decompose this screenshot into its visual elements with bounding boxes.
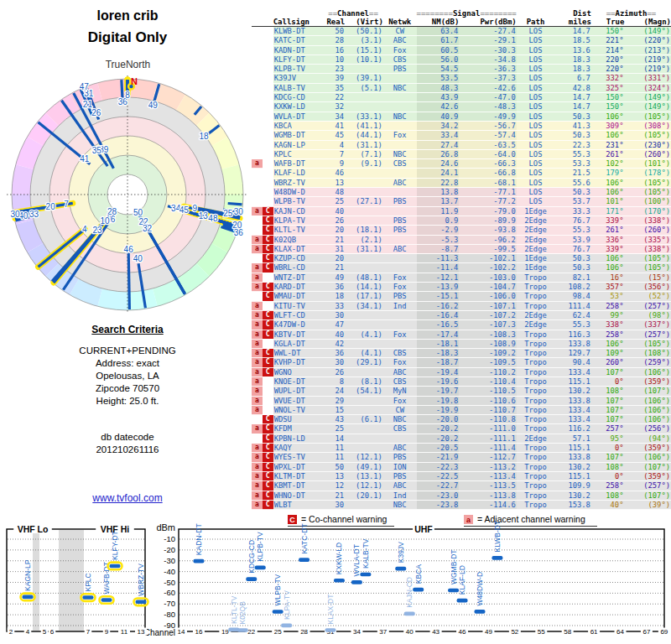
station-label: KLPA-TV bbox=[283, 590, 291, 620]
virtual-channel-cell: (9.1) bbox=[345, 159, 383, 169]
adjacent-warning-flag: a bbox=[252, 471, 263, 480]
virtual-channel-cell: (49.1) bbox=[345, 462, 383, 471]
azimuth-magnetic-cell: (100°) bbox=[624, 197, 671, 206]
adjacent-warning-flag bbox=[252, 292, 263, 301]
search-criteria: Search Criteria CURRENT+PENDING Address:… bbox=[18, 324, 237, 456]
path-cell: LOS bbox=[517, 102, 555, 112]
adjacent-warning-flag bbox=[252, 254, 263, 263]
polar-plot-svg: N502816102339352232344145479461348254026… bbox=[0, 72, 256, 335]
path-cell: Tropo bbox=[517, 491, 555, 500]
path-cell: Tropo bbox=[517, 405, 555, 414]
network-cell: CBS bbox=[383, 377, 417, 386]
spoke-channel-label: 7 bbox=[64, 200, 69, 209]
virtual-channel-cell bbox=[345, 254, 383, 263]
power-cell: -114.6 bbox=[459, 500, 516, 509]
noise-margin-cell: -21.9 bbox=[417, 453, 460, 462]
power-cell: -110.7 bbox=[459, 405, 516, 414]
distance-cell: 55.3 bbox=[554, 226, 591, 235]
table-row: aWAFB-DT9(9.1)CBS24.6-66.3LOS53.3102°(10… bbox=[252, 159, 671, 169]
real-channel-cell: 12 bbox=[323, 481, 345, 491]
adjacent-warning-flag: a bbox=[252, 491, 263, 500]
co-channel-warning-flag bbox=[263, 188, 273, 197]
real-channel-cell: 49 bbox=[323, 273, 345, 282]
virtual-channel-cell: (8.1) bbox=[345, 377, 383, 386]
co-channel-warning-flag bbox=[263, 55, 273, 64]
co-channel-warning-flag bbox=[263, 65, 273, 74]
azimuth-magnetic-cell: (356°) bbox=[624, 283, 671, 292]
channel-tick-label: 16 bbox=[195, 628, 202, 636]
channel-tick-label: 64 bbox=[616, 628, 624, 636]
station-marker bbox=[255, 566, 266, 570]
table-row: aCWPXL-DT50(49.1)ION-22.3-113.2Tropo130.… bbox=[252, 462, 671, 471]
virtual-channel-cell bbox=[345, 169, 383, 178]
azimuth-true-cell: 339° bbox=[591, 216, 625, 225]
azimuth-true-cell: 220° bbox=[591, 55, 625, 64]
station-marker bbox=[395, 567, 406, 571]
co-channel-warning-flag bbox=[263, 27, 273, 36]
real-channel-cell: 26 bbox=[323, 216, 345, 225]
noise-margin-cell: 11.9 bbox=[417, 206, 460, 216]
table-row: WVLA-DT34(33.1)NBC40.9-49.9LOS50.3106°(1… bbox=[252, 112, 671, 121]
path-cell: 1Edge bbox=[517, 263, 555, 273]
power-cell: -77.1 bbox=[459, 188, 516, 197]
power-cell: -102.1 bbox=[459, 254, 516, 263]
azimuth-true-cell: 150° bbox=[591, 93, 625, 102]
real-channel-cell: 14 bbox=[323, 434, 345, 443]
network-cell: PBS bbox=[383, 65, 417, 74]
distance-cell: 76.7 bbox=[554, 244, 591, 253]
path-cell: LOS bbox=[517, 45, 555, 55]
noise-margin-cell: 48.3 bbox=[417, 83, 460, 92]
network-cell: ABC bbox=[383, 481, 417, 491]
power-cell: -108.9 bbox=[459, 339, 516, 348]
power-cell: -77.2 bbox=[459, 197, 516, 206]
noise-margin-cell: 53.5 bbox=[417, 74, 460, 83]
path-cell: Tropo bbox=[517, 415, 555, 424]
network-cell: ABC bbox=[383, 244, 417, 253]
callsign-cell: WNTZ-DT bbox=[273, 273, 324, 282]
azimuth-true-cell: 257° bbox=[591, 424, 625, 434]
adjacent-warning-flag bbox=[252, 188, 263, 197]
real-channel-cell: 40 bbox=[323, 206, 345, 216]
co-channel-legend-text: = Co-channel warning bbox=[301, 514, 388, 524]
real-channel-cell: 15 bbox=[323, 405, 345, 414]
callsign-cell: WAFB-DT bbox=[273, 159, 324, 169]
table-row: aCKVHP-DT30(29.1)Fox-18.7-109.5Tropo90.4… bbox=[252, 358, 671, 367]
adjacent-warning-flag: a bbox=[252, 310, 263, 319]
tvfool-link[interactable]: www.tvfool.com bbox=[92, 492, 162, 504]
callsign-cell: KLAX-DT bbox=[273, 244, 324, 253]
co-channel-warning-flag: C bbox=[263, 216, 273, 225]
power-cell: -99.5 bbox=[459, 244, 516, 253]
co-channel-warning-flag: C bbox=[263, 254, 273, 263]
noise-margin-cell: -19.8 bbox=[417, 396, 460, 405]
virtual-channel-cell: (41.1) bbox=[345, 121, 383, 130]
azimuth-magnetic-cell: (105°) bbox=[624, 254, 671, 263]
path-cell: LOS bbox=[517, 36, 555, 45]
network-cell: CBS bbox=[383, 55, 417, 64]
power-cell: -103.0 bbox=[459, 273, 516, 282]
distance-cell: 14.7 bbox=[554, 93, 591, 102]
noise-margin-cell: -23.8 bbox=[417, 500, 460, 509]
station-marker bbox=[101, 598, 112, 602]
co-channel-warning-flag: C bbox=[263, 310, 273, 319]
spoke-channel-label: 36 bbox=[234, 228, 244, 237]
distance-cell: 115.1 bbox=[554, 444, 591, 453]
signal-spectrum-svg: C= Co-channel warninga= Adjacent channel… bbox=[0, 510, 671, 644]
callsign-cell: KDCG-CD bbox=[273, 93, 324, 102]
azimuth-true-cell: 108° bbox=[591, 387, 625, 396]
adjacent-warning-flag: a bbox=[252, 206, 263, 216]
azimuth-true-cell: 106° bbox=[591, 112, 625, 121]
co-channel-warning-flag: C bbox=[263, 367, 273, 377]
spoke-channel-label: 40 bbox=[133, 254, 143, 263]
adjacent-warning-flag bbox=[252, 434, 263, 443]
callsign-cell: KGLA-DT bbox=[273, 339, 324, 348]
co-channel-warning-flag: C bbox=[263, 462, 273, 471]
virtual-channel-cell: (12.1) bbox=[345, 453, 383, 462]
noise-margin-cell: -16.5 bbox=[417, 320, 460, 330]
virtual-channel-cell bbox=[345, 367, 383, 377]
azimuth-true-cell: 150° bbox=[591, 27, 625, 36]
callsign-cell: WVUE-DT bbox=[273, 396, 324, 405]
adjacent-warning-flag: a bbox=[252, 481, 263, 491]
azimuth-true-cell: 16° bbox=[591, 273, 625, 282]
distance-cell: 111.4 bbox=[554, 301, 591, 310]
table-row: KDCG-CD2243.9-47.0LOS14.7150°(149°) bbox=[252, 93, 671, 102]
